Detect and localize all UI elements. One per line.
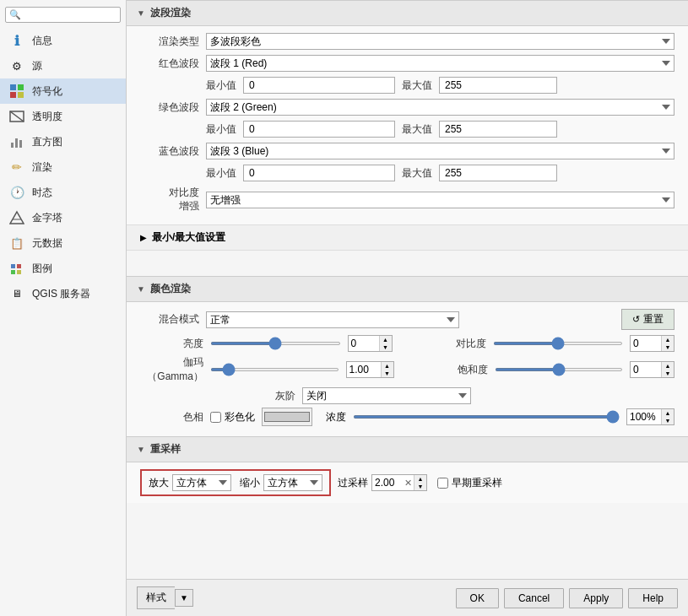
render-type-row: 渲染类型 多波段彩色 [140,33,674,50]
oversample-value[interactable] [372,476,403,489]
minmax-arrow-icon: ▶ [140,233,147,242]
red-band-select[interactable]: 波段 1 (Red) [206,55,674,72]
early-resample-checkbox[interactable] [437,478,448,489]
reset-button[interactable]: ↺ 重置 [621,309,674,330]
concentration-slider[interactable] [353,415,620,419]
blue-max-input[interactable] [439,165,557,181]
sidebar-item-info[interactable]: ℹ 信息 [0,28,126,53]
sidebar-item-source[interactable]: ⚙ 源 [0,53,126,78]
brightness-up-btn[interactable]: ▲ [380,336,392,343]
oversample-clear-btn[interactable]: ✕ [403,478,414,489]
color-render-header[interactable]: ▼ 颜色渲染 [127,276,688,302]
saturation-spinbox: ▲ ▼ [630,361,674,378]
gamma-down-btn[interactable]: ▼ [382,370,393,377]
sidebar-item-render[interactable]: ✏ 渲染 [0,154,126,180]
gamma-slider[interactable] [210,368,339,371]
contrast-up-btn[interactable]: ▲ [662,336,674,343]
metadata-icon: 📋 [8,235,25,251]
sidebar-item-qgis[interactable]: 🖥 QGIS 服务器 [0,281,126,306]
green-max-input[interactable] [439,121,557,138]
color-render-body: 混合模式 正常 ↺ 重置 亮度 ▲ ▼ 对比度 [127,302,688,436]
saturation-down-btn[interactable]: ▼ [662,370,674,377]
cancel-button[interactable]: Cancel [504,588,564,608]
help-button[interactable]: Help [628,588,678,608]
render-type-select[interactable]: 多波段彩色 [206,33,674,50]
sidebar-item-label: 时态 [32,186,52,200]
blue-min-input[interactable] [243,165,395,181]
red-min-input[interactable] [243,77,395,94]
contrast-label: 对比度 [423,337,486,351]
contrast-enhance-select[interactable]: 无增强 [206,192,674,208]
zoom-in-select[interactable]: 立方体 最近邻 双线性 [172,474,231,491]
oversample-down-btn[interactable]: ▼ [414,483,426,490]
gamma-up-btn[interactable]: ▲ [382,362,393,370]
contrast-spinbox: ▲ ▼ [630,335,674,352]
style-button[interactable]: 样式 [137,586,175,609]
hue-color-picker[interactable] [262,408,312,426]
resample-bordered-group: 放大 立方体 最近邻 双线性 缩小 立方体 最近邻 双线性 [140,469,331,496]
sidebar-item-label: 源 [32,59,42,73]
sidebar-item-time[interactable]: 🕐 时态 [0,180,126,205]
contrast-slider[interactable] [493,342,624,345]
style-dropdown-btn[interactable]: ▼ [175,589,193,607]
sidebar-item-pyramid[interactable]: 金字塔 [0,205,126,230]
zoom-out-select[interactable]: 立方体 最近邻 双线性 [263,474,322,491]
brightness-value[interactable] [349,337,379,350]
svg-rect-1 [18,84,24,90]
oversample-spinbox: ✕ ▲ ▼ [371,474,427,491]
green-minmax-row: 最小值 最大值 [140,121,674,138]
render-type-label: 渲染类型 [140,35,199,49]
blue-min-label: 最小值 [206,166,236,181]
brightness-down-btn[interactable]: ▼ [380,343,392,351]
concentration-down-btn[interactable]: ▼ [662,417,674,424]
main-content: ▼ 波段渲染 渲染类型 多波段彩色 红色波段 波段 1 (Red) 最小值 最大… [127,0,688,616]
svg-rect-14 [17,270,21,274]
minmax-section-header[interactable]: ▶ 最小/最大值设置 [127,224,688,251]
sidebar-item-symbol[interactable]: 符号化 [0,78,126,104]
brightness-spinbox: ▲ ▼ [348,335,393,352]
concentration-up-btn[interactable]: ▲ [662,409,674,417]
colorize-checkbox[interactable] [210,412,221,423]
resample-header[interactable]: ▼ 重采样 [127,436,688,462]
grayscale-label: 灰阶 [275,389,295,403]
green-min-input[interactable] [243,121,395,138]
bottom-spacer [127,503,688,579]
sidebar-item-label: 直方图 [32,135,62,149]
apply-button[interactable]: Apply [569,588,623,608]
brightness-slider[interactable] [210,342,341,345]
concentration-spinbox: ▲ ▼ [626,408,674,425]
saturation-up-btn[interactable]: ▲ [662,362,674,370]
sidebar-item-transparency[interactable]: 透明度 [0,104,126,129]
search-icon: 🔍 [9,9,21,20]
saturation-slider[interactable] [495,368,624,371]
early-resample-text: 早期重采样 [452,476,502,490]
svg-rect-3 [18,92,24,98]
info-icon: ℹ [8,32,25,49]
concentration-value[interactable] [627,410,661,424]
search-bar[interactable]: 🔍 [5,7,121,23]
oversample-up-btn[interactable]: ▲ [414,475,426,483]
sidebar-item-histogram[interactable]: 直方图 [0,129,126,154]
search-input[interactable] [24,10,116,20]
time-icon: 🕐 [8,184,25,201]
red-band-label: 红色波段 [140,57,199,71]
saturation-value[interactable] [631,363,661,376]
sidebar-item-label: 信息 [32,34,52,48]
sidebar-item-legend[interactable]: 图例 [0,256,126,281]
spacer [127,251,688,276]
red-min-label: 最小值 [206,78,236,93]
red-minmax-row: 最小值 最大值 [140,77,674,94]
grayscale-select[interactable]: 关闭 [302,387,471,404]
style-button-group: 样式 ▼ [137,586,193,609]
blue-band-select[interactable]: 波段 3 (Blue) [206,143,674,159]
contrast-down-btn[interactable]: ▼ [662,343,674,351]
sidebar-item-metadata[interactable]: 📋 元数据 [0,230,126,256]
grayscale-row: 灰阶 关闭 [140,387,674,404]
ok-button[interactable]: OK [456,588,499,608]
gamma-value[interactable] [347,363,381,376]
band-render-header[interactable]: ▼ 波段渲染 [127,0,688,26]
red-max-input[interactable] [439,77,557,94]
blend-select[interactable]: 正常 [206,311,459,328]
green-band-select[interactable]: 波段 2 (Green) [206,99,674,116]
contrast-value[interactable] [631,337,661,350]
